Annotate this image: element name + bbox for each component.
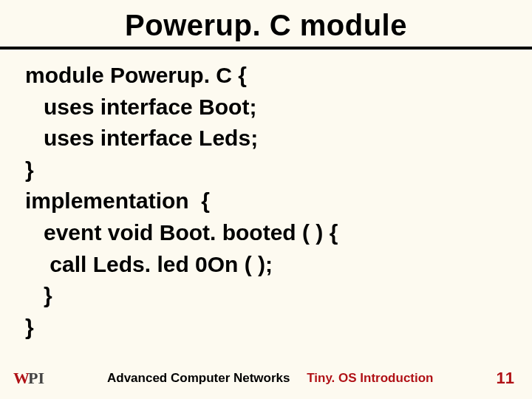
code-line: uses interface Boot; [25,92,511,123]
code-line: } [25,154,511,186]
code-line: call Leds. led 0On ( ); [25,249,511,281]
code-line: module Powerup. C { [25,60,511,92]
code-line: } [25,280,511,312]
slide: Powerup. C module module Powerup. C { us… [0,0,532,399]
logo-letter-w: W [13,370,29,386]
code-line: } [25,312,511,344]
code-line: uses interface Leds; [25,123,511,154]
footer: W PI Advanced Computer Networks Tiny. OS… [0,365,532,392]
footer-course-name: Advanced Computer Networks [107,371,290,385]
footer-topic: Tiny. OS Introduction [307,371,433,385]
code-line: implementation { [25,185,511,217]
slide-title: Powerup. C module [0,9,532,42]
code-block: module Powerup. C { uses interface Boot;… [0,50,532,343]
logo-letters-pi: PI [28,370,44,386]
title-bar: Powerup. C module [0,0,532,50]
code-line: event void Boot. booted ( ) { [25,217,511,249]
page-number: 11 [497,369,514,388]
footer-center: Advanced Computer Networks Tiny. OS Intr… [44,371,497,386]
wpi-logo: W PI [13,370,44,386]
